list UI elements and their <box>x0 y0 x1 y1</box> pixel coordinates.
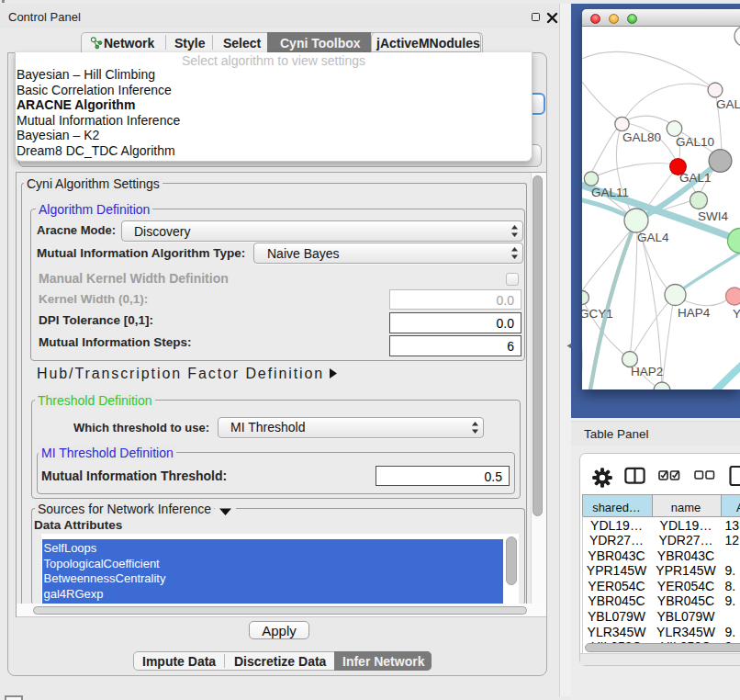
svg-text:GAL80: GAL80 <box>622 130 661 144</box>
svg-text:GAL11: GAL11 <box>591 186 629 199</box>
svg-text:SWI4: SWI4 <box>698 209 728 223</box>
svg-text:HAP2: HAP2 <box>631 365 663 378</box>
svg-text:GCY1: GCY1 <box>582 307 613 321</box>
svg-text:GAL10: GAL10 <box>676 135 714 149</box>
svg-text:GAL7: GAL7 <box>716 97 740 111</box>
svg-text:HAP4: HAP4 <box>678 306 711 320</box>
svg-text:GAL4: GAL4 <box>637 231 669 244</box>
svg-text:YJ: YJ <box>733 307 740 321</box>
svg-text:GAL1: GAL1 <box>679 171 712 185</box>
